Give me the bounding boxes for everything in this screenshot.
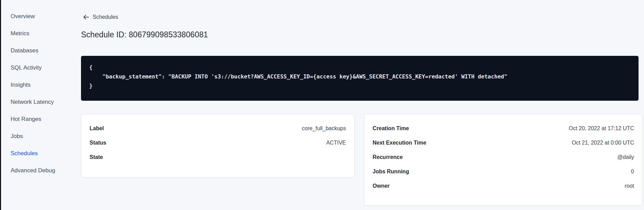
sidebar-item-overview[interactable]: Overview [1,8,80,25]
schedule-definition-code-block: { "backup_statement": "BACKUP INTO 's3:/… [81,56,639,101]
sidebar-item-schedules[interactable]: Schedules [1,145,80,162]
row-value: Oct 20, 2022 at 17:12 UTC [569,125,634,132]
detail-row-creation-time: Creation Time Oct 20, 2022 at 17:12 UTC [373,121,634,136]
sidebar-item-databases[interactable]: Databases [1,42,80,59]
row-value: root [625,183,634,189]
sidebar-item-sql-activity[interactable]: SQL Activity [1,59,80,76]
row-label: State [90,154,103,160]
detail-row-status: Status ACTIVE [90,136,346,150]
code-line: { [89,63,630,72]
detail-row-label: Label core_full_backups [90,121,346,136]
code-line: } [89,81,630,90]
sidebar-item-metrics[interactable]: Metrics [1,25,80,42]
schedule-timing-card: Creation Time Oct 20, 2022 at 17:12 UTC … [364,114,643,206]
detail-row-next-execution-time: Next Execution Time Oct 21, 2022 at 0:00… [373,136,634,150]
sidebar-item-hot-ranges[interactable]: Hot Ranges [1,111,80,128]
detail-row-owner: Owner root [373,179,634,193]
detail-row-jobs-running: Jobs Running 0 [373,164,634,179]
schedule-details-card: Label core_full_backups Status ACTIVE St… [81,114,354,177]
row-value: Oct 21, 2022 at 0:00 UTC [572,140,634,146]
sidebar-item-insights[interactable]: Insights [1,76,80,94]
sidebar: Overview Metrics Databases SQL Activity … [1,8,80,179]
row-value: @daily [617,154,634,160]
detail-row-recurrence: Recurrence @daily [373,150,634,164]
detail-row-state: State [90,150,346,164]
row-label: Recurrence [373,154,403,160]
arrow-left-icon [83,15,89,20]
sidebar-item-jobs[interactable]: Jobs [1,128,80,145]
row-label: Owner [373,183,390,189]
back-link-label: Schedules [93,14,118,20]
row-label: Status [90,140,106,146]
row-value: ACTIVE [326,140,346,146]
row-label: Label [90,125,104,132]
row-label: Jobs Running [373,169,409,175]
code-line: "backup_statement": "BACKUP INTO 's3://b… [89,72,630,81]
page-title: Schedule ID: 806799098533806081 [81,30,208,39]
row-label: Next Execution Time [373,140,426,146]
sidebar-item-network-latency[interactable]: Network Latency [1,94,80,111]
row-value: core_full_backups [302,125,346,132]
back-to-schedules-link[interactable]: Schedules [83,14,118,20]
sidebar-item-advanced-debug[interactable]: Advanced Debug [1,162,80,179]
row-value: 0 [631,169,634,175]
row-label: Creation Time [373,125,409,132]
